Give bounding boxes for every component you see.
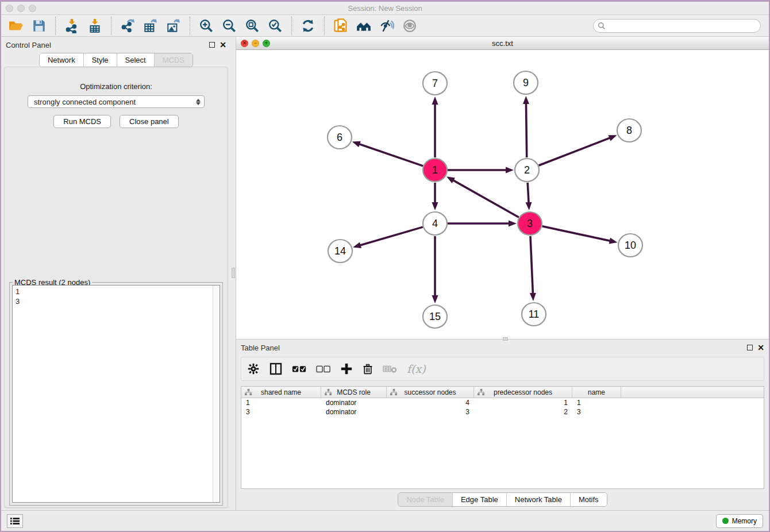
select-all-button[interactable] [292, 364, 307, 374]
graph-node-4[interactable]: 4 [423, 212, 447, 235]
tab-motifs[interactable]: Motifs [570, 493, 607, 506]
splitter-grip[interactable] [232, 268, 235, 278]
cell-name[interactable]: 3 [572, 407, 621, 417]
network-window-controls[interactable]: ✕ − + [241, 40, 270, 47]
close-panel-icon[interactable]: ✕ [220, 41, 226, 49]
graph-node-2[interactable]: 2 [515, 159, 539, 182]
graph-edge-2-9[interactable] [526, 103, 526, 157]
cell-mcds-role[interactable]: dominator [321, 407, 387, 417]
status-bar: Memory [1, 510, 769, 531]
network-maximize-icon[interactable]: + [263, 40, 270, 47]
result-scrollbar[interactable] [213, 286, 220, 502]
cell-predecessor-nodes[interactable]: 1 [474, 398, 572, 407]
graph-edge-4-14[interactable] [360, 227, 423, 245]
column-header-successor-nodes[interactable]: successor nodes [387, 387, 474, 398]
table-settings-button[interactable] [247, 363, 260, 375]
table-row[interactable]: 3 dominator 3 2 3 [241, 407, 764, 417]
show-graphics-details-button[interactable] [399, 17, 420, 35]
export-network-button[interactable] [117, 17, 138, 35]
clone-network-button[interactable] [330, 17, 351, 35]
graph-edge-1-6[interactable] [359, 144, 423, 165]
tab-network-table[interactable]: Network Table [506, 493, 570, 506]
delete-table-button[interactable] [383, 364, 398, 374]
graph-node-1[interactable]: 1 [423, 159, 447, 182]
graph-edge-3-10[interactable] [542, 226, 610, 241]
tab-node-table[interactable]: Node Table [398, 493, 452, 506]
graph-node-9[interactable]: 9 [514, 71, 538, 94]
run-mcds-button[interactable]: Run MCDS [53, 115, 111, 128]
graph-edge-3-11[interactable] [530, 236, 533, 294]
graph-node-14[interactable]: 14 [328, 240, 352, 263]
cell-predecessor-nodes[interactable]: 2 [474, 407, 572, 417]
hierarchy-icon [478, 389, 485, 396]
horizontal-splitter-grip[interactable] [503, 337, 508, 341]
deselect-all-button[interactable] [316, 364, 331, 374]
svg-text:3: 3 [527, 218, 533, 229]
column-header-shared-name[interactable]: shared name [241, 387, 321, 398]
graph-node-7[interactable]: 7 [423, 72, 447, 95]
export-table-button[interactable] [140, 17, 161, 35]
memory-button[interactable]: Memory [716, 514, 763, 528]
graph-edge-2-3[interactable] [528, 183, 529, 203]
mcds-result-text[interactable]: 1 3 [12, 285, 220, 503]
save-session-button[interactable] [29, 17, 49, 35]
header-filler [621, 387, 764, 398]
cell-successor-nodes[interactable]: 3 [387, 407, 474, 417]
refresh-button[interactable] [298, 17, 318, 35]
graph-node-3[interactable]: 3 [518, 212, 542, 235]
tab-network[interactable]: Network [40, 53, 83, 67]
graph-edge-2-8[interactable] [539, 138, 611, 165]
graph-node-10[interactable]: 10 [618, 234, 642, 257]
float-table-panel-icon[interactable] [747, 345, 753, 350]
export-image-button[interactable] [163, 17, 184, 35]
task-history-button[interactable] [7, 514, 23, 528]
network-view-window: ✕ − + scc.txt 7968124314101511 [236, 37, 769, 339]
function-builder-button[interactable]: f(x) [407, 363, 426, 375]
graph-node-6[interactable]: 6 [328, 126, 352, 149]
network-minimize-icon[interactable]: − [252, 40, 259, 47]
criterion-select[interactable]: strongly connected component [28, 95, 205, 108]
delete-column-button[interactable] [362, 363, 374, 375]
float-panel-icon[interactable] [209, 42, 215, 48]
column-header-name[interactable]: name [572, 387, 621, 398]
graph-edge-arrowhead [526, 202, 532, 210]
close-panel-button[interactable]: Close panel [120, 115, 179, 128]
show-all-networks-button[interactable] [353, 17, 374, 35]
cell-name[interactable]: 1 [572, 398, 621, 407]
cell-mcds-role[interactable]: dominator [321, 398, 387, 407]
import-network-button[interactable] [61, 17, 82, 35]
table-row[interactable]: 1 dominator 4 1 1 [241, 398, 764, 407]
import-table-button[interactable] [84, 17, 105, 35]
open-file-button[interactable] [6, 17, 26, 35]
zoom-out-icon [222, 18, 237, 33]
cell-shared-name[interactable]: 1 [241, 398, 321, 407]
zoom-selected-button[interactable] [265, 17, 286, 35]
tab-mcds[interactable]: MCDS [154, 53, 192, 67]
toggle-columns-button[interactable] [269, 362, 283, 376]
graph-node-11[interactable]: 11 [522, 303, 546, 326]
export-network-icon [120, 18, 135, 33]
tab-style[interactable]: Style [83, 53, 117, 67]
network-canvas[interactable]: 7968124314101511 [236, 50, 769, 339]
network-close-icon[interactable]: ✕ [241, 40, 248, 47]
graph-edge-3-1[interactable] [452, 180, 518, 217]
cell-shared-name[interactable]: 3 [241, 407, 321, 417]
graph-edge-arrowhead [446, 176, 455, 183]
hierarchy-icon [390, 389, 398, 396]
tab-edge-table[interactable]: Edge Table [452, 493, 506, 506]
column-header-predecessor-nodes[interactable]: predecessor nodes [474, 387, 572, 398]
hide-graphics-details-button[interactable] [376, 17, 397, 35]
column-header-mcds-role[interactable]: MCDS role [321, 387, 387, 398]
graph-edge-arrowhead [506, 167, 514, 174]
zoom-out-button[interactable] [219, 17, 240, 35]
graph-node-15[interactable]: 15 [423, 305, 447, 328]
tab-select[interactable]: Select [117, 53, 154, 67]
cell-successor-nodes[interactable]: 4 [387, 398, 474, 407]
zoom-in-button[interactable] [196, 17, 217, 35]
graph-node-8[interactable]: 8 [617, 119, 641, 142]
add-column-button[interactable] [340, 363, 353, 375]
vertical-splitter[interactable] [231, 37, 236, 510]
search-input[interactable] [593, 19, 761, 33]
zoom-fit-button[interactable] [242, 17, 263, 35]
close-table-panel-icon[interactable]: ✕ [757, 344, 764, 352]
